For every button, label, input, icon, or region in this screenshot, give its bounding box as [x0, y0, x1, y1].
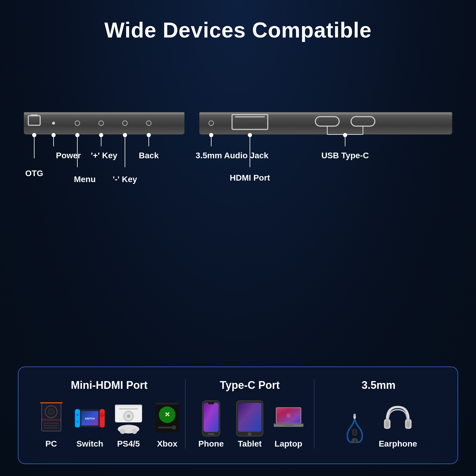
svg-point-27: [120, 429, 125, 434]
device-label-laptop: Laptop: [275, 439, 302, 449]
panel-col-mini-hdmi: Mini-HDMI Port: [36, 379, 182, 449]
device-label-pc: PC: [46, 439, 57, 449]
svg-rect-40: [238, 403, 262, 432]
svg-rect-52: [353, 429, 357, 435]
col-devices-mini-hdmi: PC: [36, 400, 182, 449]
device-item-tablet: Tablet: [235, 400, 265, 449]
label-otg: OTG: [25, 169, 43, 178]
device-icon-ps45: [114, 400, 143, 436]
main-container: Wide Devices Compatible: [0, 0, 476, 476]
svg-point-18: [100, 414, 102, 416]
device-label-xbox: Xbox: [157, 439, 177, 449]
hdmi-inner: [235, 116, 265, 118]
svg-rect-21: [115, 405, 142, 406]
device-icon-xbox: ✕: [152, 400, 182, 436]
diagram-section: OTG Power Menu '+' Key '-' Key Back 3.5m…: [0, 66, 476, 191]
svg-point-14: [76, 414, 79, 416]
panel-divider-1: [185, 379, 186, 449]
page-title: Wide Devices Compatible: [104, 18, 372, 42]
device-item-phone: Phone: [196, 400, 226, 449]
otg-port-top: [31, 115, 38, 116]
svg-point-17: [101, 416, 103, 417]
device-item-earphone-headphone: Earphone: [379, 400, 417, 449]
svg-rect-0: [42, 403, 61, 431]
svg-point-41: [248, 433, 251, 436]
device-icon-switch: SWITCH: [75, 400, 105, 436]
col-title-mini-hdmi: Mini-HDMI Port: [71, 379, 148, 392]
col-title-typec: Type-C Port: [220, 379, 280, 392]
svg-rect-36: [203, 403, 219, 432]
label-hdmi: HDMI Port: [230, 173, 270, 182]
device-label-tablet: Tablet: [238, 439, 262, 449]
label-plus: '+' Key: [91, 151, 118, 160]
svg-point-44: [286, 413, 290, 417]
panel-columns: Mini-HDMI Port: [36, 379, 440, 449]
svg-point-16: [101, 413, 103, 415]
svg-rect-46: [284, 425, 293, 426]
svg-point-19: [103, 414, 104, 416]
device-item-xbox: ✕ Xbox: [152, 400, 182, 449]
label-back: Back: [139, 151, 159, 160]
svg-point-28: [132, 429, 137, 434]
svg-text:✕: ✕: [165, 411, 170, 418]
svg-rect-6: [44, 428, 59, 428]
svg-rect-8: [75, 409, 80, 428]
device-item-switch: SWITCH Switch: [75, 400, 105, 449]
device-bar-left: [24, 112, 184, 134]
svg-rect-38: [208, 433, 214, 435]
svg-point-49: [353, 439, 358, 443]
device-icon-phone: [196, 400, 226, 436]
svg-rect-58: [407, 418, 409, 422]
device-diagram-svg: OTG Power Menu '+' Key '-' Key Back 3.5m…: [15, 57, 461, 200]
svg-rect-57: [386, 418, 388, 422]
col-devices-35mm: Earphone: [340, 400, 417, 449]
device-icon-tablet: [235, 400, 265, 436]
svg-rect-30: [155, 403, 179, 405]
svg-point-34: [172, 426, 176, 429]
svg-rect-47: [274, 423, 303, 424]
svg-rect-33: [158, 427, 173, 428]
svg-rect-5: [44, 425, 59, 426]
device-label-switch: Switch: [76, 439, 103, 449]
device-icon-earphone-wire: [340, 413, 370, 449]
svg-point-3: [48, 409, 54, 415]
label-usbc: USB Type-C: [321, 151, 369, 160]
svg-rect-9: [100, 409, 105, 428]
panel-divider-2: [314, 379, 314, 449]
device-item-pc: PC: [36, 400, 66, 449]
device-item-laptop: Laptop: [274, 400, 303, 449]
device-label-earphone: Earphone: [379, 439, 417, 449]
device-item-ps45: PS4/5: [114, 400, 143, 449]
power-indicator: [52, 122, 55, 125]
device-item-earphone-wire: [340, 413, 370, 449]
svg-text:SWITCH: SWITCH: [85, 417, 95, 420]
label-minus: '-' Key: [113, 175, 137, 184]
device-icon-pc: [36, 400, 66, 436]
panel-col-typec: Type-C Port: [189, 379, 311, 449]
label-audio: 3.5mm Audio Jack: [196, 151, 269, 160]
device-icon-laptop: [274, 400, 303, 436]
label-menu: Menu: [74, 175, 95, 184]
bottom-panel: Mini-HDMI Port: [18, 367, 458, 464]
svg-rect-4: [44, 423, 59, 424]
svg-point-15: [76, 421, 78, 422]
device-icon-headphone: [383, 400, 413, 436]
svg-rect-37: [208, 402, 214, 404]
svg-rect-22: [119, 408, 138, 409]
device-bar-right: [199, 112, 452, 134]
device-label-phone: Phone: [198, 439, 224, 449]
col-devices-typec: Phone: [196, 400, 303, 449]
device-label-ps45: PS4/5: [117, 439, 140, 449]
svg-point-24: [127, 414, 130, 418]
bar-highlight-left: [24, 112, 184, 115]
col-title-35mm: 3.5mm: [361, 379, 395, 392]
panel-col-35mm: 3.5mm: [317, 379, 440, 449]
